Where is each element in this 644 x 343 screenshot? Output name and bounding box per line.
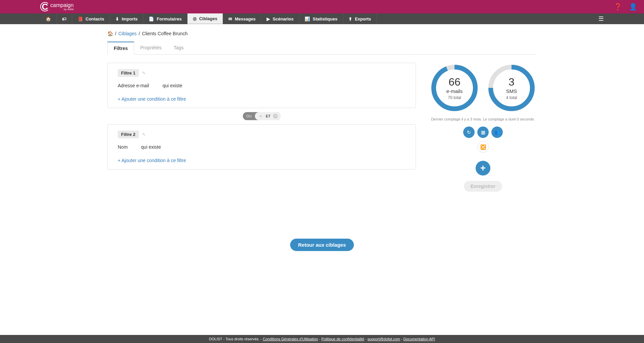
donut-sms: 3 SMS 4 total (486, 63, 537, 113)
nav-contacts[interactable]: 📕Contacts (72, 13, 110, 24)
tabs: Filtres Propriétés Tags (107, 42, 537, 55)
help-icon[interactable]: ❓ (614, 3, 622, 11)
filter-field: Adresse e-mail (118, 83, 149, 88)
nav-label: Messages (235, 16, 256, 21)
donut-emails-count: 66 (448, 76, 461, 88)
breadcrumb-home-icon[interactable]: 🏠 (107, 31, 113, 36)
add-condition-link[interactable]: + Ajouter une condition à ce filtre (118, 91, 406, 102)
donut-sms-label: SMS (506, 88, 517, 94)
book-icon: 📕 (77, 16, 83, 21)
plus-icon: + (480, 163, 486, 174)
logo[interactable]: C campaign by dolist (40, 2, 73, 11)
download-icon: ⬇ (115, 16, 119, 21)
count-info: Dernier comptage il y a 3 mois. Le compt… (429, 117, 537, 121)
filter-title: Filtre 1 (118, 69, 139, 77)
upload-icon: ⬆ (348, 16, 352, 21)
calculator-icon: ▦ (481, 130, 485, 135)
nav-home[interactable]: 🏠 (40, 13, 57, 24)
nav-statistiques[interactable]: 📊Statistiques (299, 13, 343, 24)
nav-label: Formulaires (157, 16, 181, 21)
add-condition-link[interactable]: + Ajouter une condition à ce filtre (118, 152, 406, 163)
users-button[interactable]: 👥 (491, 127, 503, 138)
target-icon: ◎ (193, 16, 197, 21)
nav-messages[interactable]: ✉Messages (223, 13, 261, 24)
nav-menu-icon[interactable]: ☰ (598, 13, 604, 24)
user-icon[interactable]: 👤 (629, 3, 637, 11)
save-button[interactable]: Enregistrer (464, 181, 502, 192)
logic-toggle: OU ET ? (107, 112, 416, 120)
logic-ou: OU (243, 114, 255, 118)
chart-icon: 📊 (305, 16, 310, 21)
navbar: 🏠 🏷 📕Contacts ⬇Imports 📄Formulaires ◎Cib… (0, 13, 644, 24)
topbar: C campaign by dolist ❓ 👤 (0, 0, 644, 13)
nav-tags[interactable]: 🏷 (57, 13, 72, 24)
filter-condition: Adresse e-mail qui existe (118, 77, 406, 91)
nav-imports[interactable]: ⬇Imports (110, 13, 144, 24)
mail-icon: ✉ (228, 16, 232, 21)
add-filter-button[interactable]: + (476, 161, 490, 176)
logic-et: ET (266, 114, 270, 118)
nav-label: Imports (122, 16, 138, 21)
nav-exports[interactable]: ⬆Exports (343, 13, 377, 24)
back-button[interactable]: Retour aux ciblages (290, 239, 354, 251)
refresh-button[interactable]: ↻ (463, 127, 475, 138)
users-icon: 👥 (494, 130, 500, 135)
tab-tags[interactable]: Tags (168, 42, 190, 54)
nav-label: Statistiques (313, 16, 337, 21)
logo-text-sub: by dolist (50, 8, 73, 11)
filter-condition: Nom qui existe (118, 138, 406, 152)
tab-proprietes[interactable]: Propriétés (134, 42, 168, 54)
nav-label: Ciblages (199, 16, 217, 21)
home-icon: 🏠 (46, 16, 51, 21)
donut-emails-label: e-mails (446, 88, 463, 94)
filter-box-2: Filtre 2 ✎ Nom qui existe + Ajouter une … (107, 124, 416, 169)
edit-icon[interactable]: ✎ (142, 132, 146, 137)
toggle-knob-icon (256, 113, 264, 119)
nav-label: Exports (355, 16, 371, 21)
tab-filtres[interactable]: Filtres (107, 42, 134, 55)
nav-formulaires[interactable]: 📄Formulaires (143, 13, 187, 24)
filter-op: qui existe (162, 83, 182, 88)
nav-scenarios[interactable]: ▶Scénarios (261, 13, 299, 24)
nav-ciblages[interactable]: ◎Ciblages (187, 13, 223, 24)
edit-icon[interactable]: ✎ (142, 71, 146, 76)
tag-icon: 🏷 (62, 16, 66, 21)
donut-sms-total: 4 total (506, 95, 517, 100)
donut-emails: 66 e-mails 70 total (429, 63, 480, 113)
logo-text-main: campaign (50, 3, 73, 8)
filter-field: Nom (118, 144, 128, 150)
breadcrumb-link[interactable]: Ciblages (118, 31, 137, 36)
breadcrumb: 🏠 / Ciblages / Clients Coffee Brunch (107, 28, 537, 42)
filter-title: Filtre 2 (118, 131, 139, 138)
nav-label: Scénarios (273, 16, 293, 21)
shuffle-button[interactable]: 🔀 (477, 141, 489, 153)
filter-op: qui existe (141, 144, 161, 150)
form-icon: 📄 (149, 16, 154, 21)
logic-toggle-pill[interactable]: OU ET ? (243, 112, 281, 120)
help-badge-icon[interactable]: ? (273, 114, 278, 118)
donut-emails-total: 70 total (448, 95, 461, 100)
donut-sms-count: 3 (508, 76, 515, 88)
breadcrumb-current: Clients Coffee Brunch (142, 31, 187, 36)
logo-icon: C (40, 2, 50, 11)
refresh-icon: ↻ (467, 130, 471, 135)
nav-label: Contacts (86, 16, 104, 21)
play-icon: ▶ (267, 16, 270, 21)
shuffle-icon: 🔀 (480, 144, 486, 150)
filter-box-1: Filtre 1 ✎ Adresse e-mail qui existe + A… (107, 63, 416, 108)
calculator-button[interactable]: ▦ (477, 127, 489, 138)
